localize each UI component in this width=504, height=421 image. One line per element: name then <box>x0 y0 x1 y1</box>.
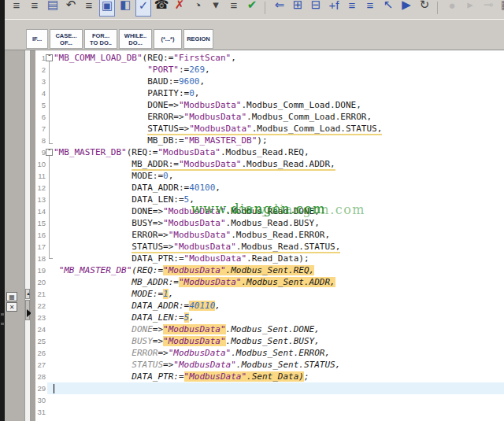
code-line[interactable]: 25 BUSY=>"ModbusData".Modbus_Sent.BUSY, <box>35 335 504 347</box>
fold-column <box>47 76 54 87</box>
indent-minus-icon[interactable]: ⊟ <box>308 0 324 17</box>
code-line[interactable]: 2 "PORT":=269, <box>35 64 504 76</box>
delete-icon[interactable]: ✗ <box>172 0 187 17</box>
subscript-icon[interactable]: ▾ <box>208 0 224 17</box>
code-line[interactable]: 27 STATUS=>"ModbusData".Modbus_Sent.STAT… <box>35 359 504 371</box>
code-line[interactable]: 24 DONE=>"ModbusData".Modbus_Sent.DONE, <box>35 323 504 335</box>
code-segment: "MB_MASTER_DB" <box>54 147 127 157</box>
fold-column <box>47 406 54 418</box>
code-line[interactable]: 26 ERROR=>"ModbusData".Modbus_Sent.ERROR… <box>35 347 504 359</box>
fold-column <box>47 288 54 300</box>
code-line[interactable]: 7 STATUS=>"ModbusData".Modbus_Comm_Load.… <box>35 123 504 135</box>
fold-column <box>47 158 54 170</box>
print-preview-icon[interactable]: ▤ <box>45 0 61 17</box>
code-line[interactable]: 6 ERROR=>"ModbusData".Modbus_Comm_Load.E… <box>35 111 504 123</box>
insert-left-icon[interactable]: ⇐ <box>272 0 287 17</box>
code-segment <box>54 289 132 299</box>
scroll-up-icon[interactable]: ▲ <box>25 289 30 299</box>
select-cursor-icon[interactable]: ↖ <box>380 0 396 17</box>
code-segment <box>54 371 132 382</box>
code-line[interactable]: 19 "MB_MASTER_DB"(REQ:="ModbusData".Modb… <box>35 264 504 276</box>
code-line[interactable]: 4 PARITY:=0, <box>35 87 504 99</box>
line-number: 11 <box>35 170 46 182</box>
code-segment <box>54 242 132 252</box>
snippet-comment[interactable]: (*...*) <box>154 29 182 49</box>
code-line[interactable]: 17 STATUS=>"ModbusData".Modbus_Read.STAT… <box>35 241 504 253</box>
code-line[interactable]: 20 MB_ADDR:="ModbusData".Modbus_Sent.ADD… <box>35 276 504 288</box>
snippet-panel: IF...CASE...OF...FOR...TO DO..WHILE..DO.… <box>5 20 504 50</box>
left-panel-column: ▦ ✕ <box>5 50 24 421</box>
splitter-bar[interactable]: ▲ <box>24 50 31 421</box>
indent-plus-icon[interactable]: ⊞ <box>290 0 306 17</box>
code-line[interactable]: 21 MODE:=1, <box>35 288 504 300</box>
code-text: STATUS=>"ModbusData".Modbus_Sent.STATUS, <box>54 359 504 371</box>
insert-network-icon[interactable]: ▣ <box>99 0 115 17</box>
remove-network-icon[interactable]: ◧ <box>117 0 133 17</box>
blue-lines2-icon[interactable]: ≡ <box>362 0 378 17</box>
code-segment: , <box>231 53 236 63</box>
code-line[interactable]: 5 DONE=>"ModbusData".Modbus_Comm_Load.DO… <box>35 99 504 111</box>
code-line[interactable]: 31 <box>35 406 504 418</box>
code-line[interactable]: 10 MB_ADDR:="ModbusData".Modbus_Read.ADD… <box>35 158 504 170</box>
snippet-label: (*...*) <box>161 35 174 42</box>
code-segment: MB_DB:= <box>147 135 183 146</box>
code-line[interactable]: 30 <box>35 394 504 406</box>
data-grid-icon[interactable]: ▦ <box>498 0 504 17</box>
undo-icon[interactable]: ↶ <box>63 0 79 17</box>
code-line[interactable]: 16 ERROR=>"ModbusData".Modbus_Read.ERROR… <box>35 229 504 241</box>
code-line[interactable]: 14 DONE=>"ModbusData".Modbus_Read.DONE, <box>35 205 504 217</box>
code-text: BUSY=>"ModbusData".Modbus_Sent.BUSY, <box>54 335 504 347</box>
code-line[interactable]: 22 DATA_ADDR:=40110, <box>35 300 504 312</box>
lines-icon[interactable]: ≡ <box>226 0 242 17</box>
code-segment <box>54 76 147 87</box>
add-ff-icon[interactable]: +f <box>326 0 342 17</box>
code-editor[interactable]: 1"MB_COMM_LOAD_DB"(REQ:="FirstScan",2 "P… <box>35 50 504 421</box>
code-line[interactable]: 28 DATA_PTR:="ModbusData".Sent_Data); <box>35 371 504 382</box>
compile-check-icon[interactable]: ✔ <box>244 0 260 17</box>
code-line[interactable]: 1"MB_COMM_LOAD_DB"(REQ:="FirstScan", <box>35 52 504 64</box>
code-segment: DONE <box>132 324 153 334</box>
code-segment: .Read_Data); <box>246 253 309 264</box>
code-segment: "ModbusData" <box>169 230 231 240</box>
justify-lines-icon[interactable]: ≡ <box>9 0 24 17</box>
mini-window-icon[interactable]: ▦ <box>6 292 17 301</box>
goto-next-icon[interactable]: ▶ <box>398 0 414 17</box>
snippet-while-do[interactable]: WHILE..DO... <box>119 29 152 49</box>
collapse-icon[interactable] <box>46 149 53 156</box>
snippet-for-to-do[interactable]: FOR...TO DO.. <box>84 29 117 49</box>
snippet-if[interactable]: IF... <box>26 29 48 49</box>
code-line[interactable]: 8 MB_DB:="MB_MASTER_DB"); <box>35 135 504 146</box>
code-line[interactable]: 29 <box>35 382 504 394</box>
code-segment <box>54 159 132 169</box>
code-line[interactable]: 15 BUSY=>"ModbusData".Modbus_Read.BUSY, <box>35 217 504 229</box>
editor-toolbar: ≡≡▤↶≡▣◧✓☎✗◔▾≡✔⇐⊞⊟+f≡≡↖▶↻●▸⊸▦ <box>5 0 504 20</box>
code-line[interactable]: 9"MB_MASTER_DB"(REQ:="ModbusData".Modbus… <box>35 146 504 158</box>
renew-icon[interactable]: ↻ <box>417 0 432 17</box>
call-structure-icon[interactable]: ☎ <box>154 0 169 17</box>
justify-lines2-icon[interactable]: ≡ <box>27 0 43 17</box>
blue-lines-icon[interactable]: ≡ <box>344 0 360 17</box>
code-text: ERROR=>"ModbusData".Modbus_Read.ERROR, <box>54 229 504 241</box>
code-line[interactable]: 23 DATA_LEN:=5, <box>35 312 504 323</box>
code-line[interactable]: 11 MODE:=0, <box>35 170 504 182</box>
code-line[interactable]: 18 DATA_PTR:="ModbusData".Read_Data); <box>35 253 504 264</box>
close-box-icon[interactable]: ✕ <box>6 302 17 312</box>
code-line[interactable]: 12 DATA_ADDR:=40100, <box>35 182 504 194</box>
code-segment: .Modbus_Read.ADDR, <box>241 159 335 171</box>
code-text: STATUS=>"ModbusData".Modbus_Read.STATUS, <box>54 241 504 253</box>
code-text: DATA_LEN:=5, <box>54 312 504 323</box>
fold-column <box>47 194 54 205</box>
clock-icon[interactable]: ◔ <box>190 0 206 17</box>
list-lines-icon[interactable]: ≡ <box>81 0 97 17</box>
collapse-icon[interactable] <box>46 54 53 61</box>
code-segment: (REQ:= <box>127 147 158 157</box>
snippet-case-of[interactable]: CASE...OF... <box>50 29 83 49</box>
code-segment <box>54 312 132 323</box>
code-segment <box>54 253 132 264</box>
fold-column <box>47 382 54 394</box>
snippet-region[interactable]: REGION <box>183 29 213 49</box>
absolute-operands-icon[interactable]: ✓ <box>135 0 151 17</box>
fold-column <box>47 170 54 182</box>
code-line[interactable]: 3 BAUD:=9600, <box>35 76 504 87</box>
code-line[interactable]: 13 DATA_LEN:=5, <box>35 194 504 205</box>
